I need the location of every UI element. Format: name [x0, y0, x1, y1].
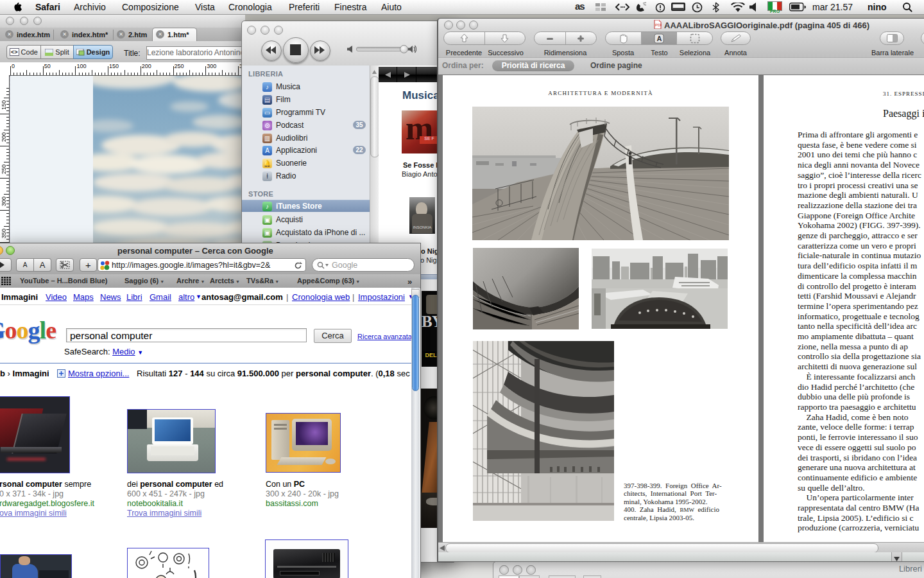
svg-text:A: A — [657, 35, 662, 42]
svg-text:PDF: PDF — [655, 23, 662, 27]
